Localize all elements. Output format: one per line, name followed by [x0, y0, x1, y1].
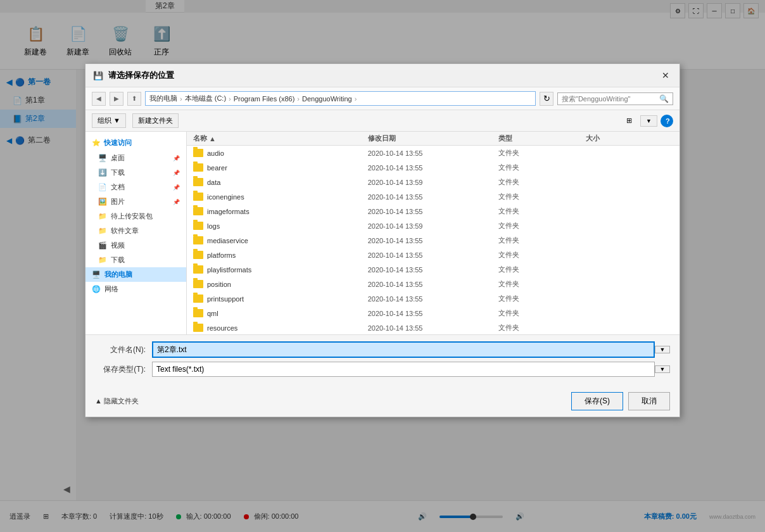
- back-button[interactable]: ◀: [92, 92, 106, 106]
- nav-item-video[interactable]: 🎬 视频: [85, 238, 186, 253]
- file-date-bearer: 2020-10-14 13:55: [368, 164, 499, 172]
- quick-access-header[interactable]: ⭐ 快速访问: [85, 135, 186, 151]
- file-name-imageformats: imageformats: [193, 207, 368, 215]
- nav-item-desktop[interactable]: 🖥️ 桌面 📌: [85, 151, 186, 165]
- dialog-nav-panel: ⭐ 快速访问 🖥️ 桌面 📌 ⬇️ 下载 📌 📄: [85, 132, 187, 334]
- cancel-button[interactable]: 取消: [628, 392, 670, 410]
- pin-icon: 📌: [173, 155, 180, 162]
- dialog-title-container: 💾 请选择保存的位置: [93, 70, 174, 81]
- file-list-header: 名称 ▲ 修改日期 类型 大小: [187, 132, 680, 146]
- file-name-platforms: platforms: [193, 251, 368, 259]
- file-name-position: position: [193, 280, 368, 288]
- file-name-qml: qml: [193, 309, 368, 317]
- header-size-label: 大小: [586, 134, 600, 142]
- file-label-position: position: [207, 281, 231, 288]
- nav-item-download[interactable]: ⬇️ 下载 📌: [85, 165, 186, 180]
- dialog-toolbar: 组织 ▼ 新建文件夹 ⊞ ▼ ?: [85, 110, 680, 132]
- dialog-title-text: 请选择保存的位置: [108, 70, 174, 81]
- filename-input[interactable]: [152, 341, 655, 358]
- file-row-resources[interactable]: resources 2020-10-14 13:55 文件夹: [187, 320, 680, 334]
- nav-item-software[interactable]: 📁 软件文章: [85, 224, 186, 238]
- new-folder-button[interactable]: 新建文件夹: [132, 113, 179, 128]
- file-row-logs[interactable]: logs 2020-10-14 13:59 文件夹: [187, 218, 680, 233]
- address-path[interactable]: 我的电脑 › 本地磁盘 (C:) › Program Files (x86) ›…: [145, 91, 536, 106]
- file-name-iconengines: iconengines: [193, 193, 368, 201]
- nav-item-docs[interactable]: 📄 文档 📌: [85, 180, 186, 194]
- file-type-logs: 文件夹: [498, 221, 586, 231]
- file-row-printsupport[interactable]: printsupport 2020-10-14 13:55 文件夹: [187, 291, 680, 306]
- file-row-data[interactable]: data 2020-10-14 13:59 文件夹: [187, 175, 680, 189]
- file-date-position: 2020-10-14 13:55: [368, 281, 499, 288]
- dialog-main-area: ⭐ 快速访问 🖥️ 桌面 📌 ⬇️ 下载 📌 📄: [85, 132, 680, 334]
- organize-button[interactable]: 组织 ▼: [92, 113, 126, 128]
- file-type-imageformats: 文件夹: [498, 206, 586, 216]
- file-label-qml: qml: [207, 310, 218, 317]
- file-row-mediaservice[interactable]: mediaservice 2020-10-14 13:55 文件夹: [187, 233, 680, 248]
- file-type-position: 文件夹: [498, 279, 586, 289]
- refresh-button[interactable]: ↻: [540, 92, 553, 106]
- folder-icon-resources: [193, 324, 203, 332]
- upload-folder-icon: 📁: [98, 212, 107, 220]
- nav-item-mypc[interactable]: 🖥️ 我的电脑: [85, 267, 186, 282]
- file-row-imageformats[interactable]: imageformats 2020-10-14 13:55 文件夹: [187, 204, 680, 218]
- docs-icon: 📄: [98, 183, 107, 191]
- filetype-dropdown[interactable]: ▼: [655, 365, 670, 373]
- file-name-resources: resources: [193, 324, 368, 332]
- file-label-data: data: [207, 179, 220, 186]
- header-type[interactable]: 类型: [498, 134, 586, 143]
- software-label: 软件文章: [111, 226, 139, 236]
- file-name-logs: logs: [193, 222, 368, 230]
- file-row-qml[interactable]: qml 2020-10-14 13:55 文件夹: [187, 306, 680, 320]
- nav-item-network[interactable]: 🌐 网络: [85, 282, 186, 296]
- search-container: 🔍: [557, 92, 673, 105]
- view-button[interactable]: ⊞: [621, 115, 637, 127]
- filetype-input[interactable]: [152, 362, 655, 377]
- search-input[interactable]: [562, 95, 657, 103]
- mypc-label: 我的电脑: [104, 270, 132, 279]
- file-date-audio: 2020-10-14 13:55: [368, 149, 499, 157]
- hide-folders-label: ▲ 隐藏文件夹: [95, 396, 139, 406]
- header-size[interactable]: 大小: [586, 134, 673, 143]
- header-date[interactable]: 修改日期: [368, 134, 499, 143]
- filename-label: 文件名(N):: [95, 345, 146, 355]
- nav-item-pictures[interactable]: 🖼️ 图片 📌: [85, 194, 186, 209]
- new-folder-label: 新建文件夹: [138, 116, 173, 125]
- download-label: 下载: [111, 168, 125, 177]
- filetype-input-wrap: ▼: [152, 362, 670, 377]
- quick-access-label: 快速访问: [104, 138, 132, 148]
- file-row-iconengines[interactable]: iconengines 2020-10-14 13:55 文件夹: [187, 189, 680, 204]
- path-pf: Program Files (x86): [234, 95, 295, 103]
- file-label-imageformats: imageformats: [207, 208, 250, 215]
- folder-icon-imageformats: [193, 207, 203, 215]
- dialog-close-button[interactable]: ✕: [659, 69, 672, 82]
- file-type-mediaservice: 文件夹: [498, 236, 586, 245]
- file-row-bearer[interactable]: bearer 2020-10-14 13:55 文件夹: [187, 160, 680, 175]
- nav-item-download2[interactable]: 📁 下载: [85, 253, 186, 267]
- file-row-platforms[interactable]: platforms 2020-10-14 13:55 文件夹: [187, 248, 680, 262]
- action-buttons: 保存(S) 取消: [571, 392, 670, 410]
- file-name-printsupport: printsupport: [193, 294, 368, 303]
- save-button[interactable]: 保存(S): [571, 392, 623, 410]
- up-button[interactable]: ⬆: [127, 92, 141, 106]
- pictures-label: 图片: [111, 197, 125, 206]
- download2-label: 下载: [111, 255, 125, 265]
- docs-label: 文档: [111, 182, 125, 192]
- file-type-bearer: 文件夹: [498, 163, 586, 172]
- forward-button[interactable]: ▶: [110, 92, 123, 106]
- file-row-position[interactable]: position 2020-10-14 13:55 文件夹: [187, 277, 680, 291]
- file-label-printsupport: printsupport: [207, 295, 244, 303]
- help-button[interactable]: ?: [661, 115, 673, 127]
- hide-folders-button[interactable]: ▲ 隐藏文件夹: [95, 396, 139, 406]
- dialog-actions: ▲ 隐藏文件夹 保存(S) 取消: [85, 387, 680, 417]
- filename-dropdown[interactable]: ▼: [655, 346, 670, 353]
- folder-icon-qml: [193, 309, 203, 317]
- view-dropdown-button[interactable]: ▼: [640, 115, 657, 127]
- nav-item-upload[interactable]: 📁 待上传安装包: [85, 209, 186, 224]
- mypc-icon: 🖥️: [92, 270, 101, 279]
- header-name[interactable]: 名称 ▲: [193, 134, 368, 143]
- file-list: 名称 ▲ 修改日期 类型 大小: [187, 132, 680, 334]
- software-folder-icon: 📁: [98, 227, 107, 235]
- file-row-playlistformats[interactable]: playlistformats 2020-10-14 13:55 文件夹: [187, 262, 680, 277]
- upload-label: 待上传安装包: [111, 212, 153, 221]
- file-row-audio[interactable]: audio 2020-10-14 13:55 文件夹: [187, 146, 680, 160]
